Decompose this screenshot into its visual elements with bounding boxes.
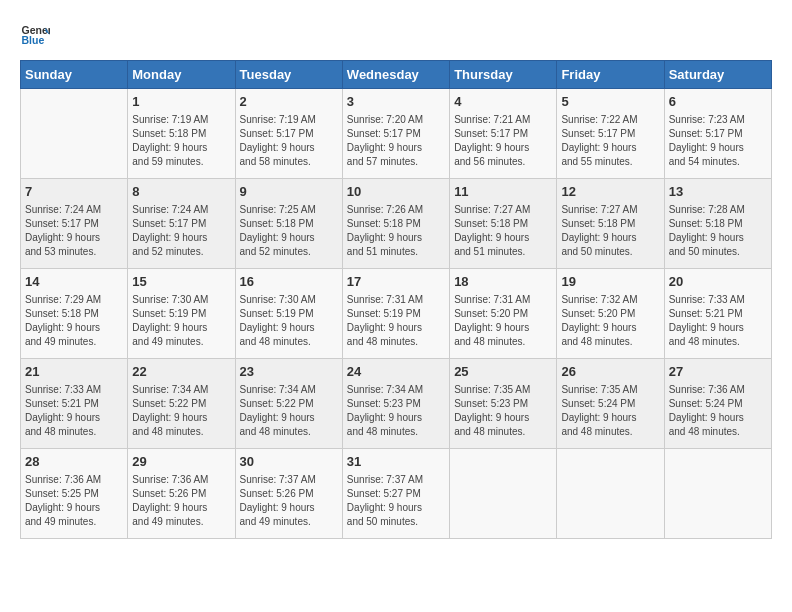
cell-content: Sunrise: 7:24 AM Sunset: 5:17 PM Dayligh…: [132, 203, 230, 259]
cell-content: Sunrise: 7:35 AM Sunset: 5:24 PM Dayligh…: [561, 383, 659, 439]
calendar-cell: 14Sunrise: 7:29 AM Sunset: 5:18 PM Dayli…: [21, 269, 128, 359]
day-number: 21: [25, 363, 123, 381]
day-number: 25: [454, 363, 552, 381]
calendar-cell: 5Sunrise: 7:22 AM Sunset: 5:17 PM Daylig…: [557, 89, 664, 179]
calendar-table: SundayMondayTuesdayWednesdayThursdayFrid…: [20, 60, 772, 539]
cell-content: Sunrise: 7:20 AM Sunset: 5:17 PM Dayligh…: [347, 113, 445, 169]
cell-content: Sunrise: 7:28 AM Sunset: 5:18 PM Dayligh…: [669, 203, 767, 259]
calendar-cell: 21Sunrise: 7:33 AM Sunset: 5:21 PM Dayli…: [21, 359, 128, 449]
day-number: 24: [347, 363, 445, 381]
day-number: 8: [132, 183, 230, 201]
day-number: 15: [132, 273, 230, 291]
cell-content: Sunrise: 7:34 AM Sunset: 5:22 PM Dayligh…: [132, 383, 230, 439]
cell-content: Sunrise: 7:34 AM Sunset: 5:22 PM Dayligh…: [240, 383, 338, 439]
calendar-cell: 17Sunrise: 7:31 AM Sunset: 5:19 PM Dayli…: [342, 269, 449, 359]
calendar-cell: 1Sunrise: 7:19 AM Sunset: 5:18 PM Daylig…: [128, 89, 235, 179]
calendar-cell: 4Sunrise: 7:21 AM Sunset: 5:17 PM Daylig…: [450, 89, 557, 179]
day-number: 2: [240, 93, 338, 111]
cell-content: Sunrise: 7:31 AM Sunset: 5:20 PM Dayligh…: [454, 293, 552, 349]
calendar-cell: 15Sunrise: 7:30 AM Sunset: 5:19 PM Dayli…: [128, 269, 235, 359]
day-number: 3: [347, 93, 445, 111]
week-row-5: 28Sunrise: 7:36 AM Sunset: 5:25 PM Dayli…: [21, 449, 772, 539]
cell-content: Sunrise: 7:19 AM Sunset: 5:17 PM Dayligh…: [240, 113, 338, 169]
calendar-cell: 26Sunrise: 7:35 AM Sunset: 5:24 PM Dayli…: [557, 359, 664, 449]
day-number: 13: [669, 183, 767, 201]
calendar-cell: 10Sunrise: 7:26 AM Sunset: 5:18 PM Dayli…: [342, 179, 449, 269]
day-number: 30: [240, 453, 338, 471]
week-row-4: 21Sunrise: 7:33 AM Sunset: 5:21 PM Dayli…: [21, 359, 772, 449]
svg-text:Blue: Blue: [22, 34, 45, 46]
page-header: General Blue: [20, 20, 772, 50]
col-header-sunday: Sunday: [21, 61, 128, 89]
calendar-cell: 31Sunrise: 7:37 AM Sunset: 5:27 PM Dayli…: [342, 449, 449, 539]
cell-content: Sunrise: 7:19 AM Sunset: 5:18 PM Dayligh…: [132, 113, 230, 169]
cell-content: Sunrise: 7:23 AM Sunset: 5:17 PM Dayligh…: [669, 113, 767, 169]
day-number: 4: [454, 93, 552, 111]
day-number: 19: [561, 273, 659, 291]
day-number: 31: [347, 453, 445, 471]
calendar-cell: 13Sunrise: 7:28 AM Sunset: 5:18 PM Dayli…: [664, 179, 771, 269]
day-number: 6: [669, 93, 767, 111]
calendar-cell: 22Sunrise: 7:34 AM Sunset: 5:22 PM Dayli…: [128, 359, 235, 449]
cell-content: Sunrise: 7:34 AM Sunset: 5:23 PM Dayligh…: [347, 383, 445, 439]
week-row-3: 14Sunrise: 7:29 AM Sunset: 5:18 PM Dayli…: [21, 269, 772, 359]
day-number: 12: [561, 183, 659, 201]
calendar-cell: 28Sunrise: 7:36 AM Sunset: 5:25 PM Dayli…: [21, 449, 128, 539]
day-number: 10: [347, 183, 445, 201]
day-number: 26: [561, 363, 659, 381]
cell-content: Sunrise: 7:35 AM Sunset: 5:23 PM Dayligh…: [454, 383, 552, 439]
cell-content: Sunrise: 7:24 AM Sunset: 5:17 PM Dayligh…: [25, 203, 123, 259]
calendar-cell: 19Sunrise: 7:32 AM Sunset: 5:20 PM Dayli…: [557, 269, 664, 359]
cell-content: Sunrise: 7:27 AM Sunset: 5:18 PM Dayligh…: [561, 203, 659, 259]
calendar-cell: 23Sunrise: 7:34 AM Sunset: 5:22 PM Dayli…: [235, 359, 342, 449]
cell-content: Sunrise: 7:36 AM Sunset: 5:25 PM Dayligh…: [25, 473, 123, 529]
calendar-cell: 24Sunrise: 7:34 AM Sunset: 5:23 PM Dayli…: [342, 359, 449, 449]
day-number: 20: [669, 273, 767, 291]
cell-content: Sunrise: 7:31 AM Sunset: 5:19 PM Dayligh…: [347, 293, 445, 349]
cell-content: Sunrise: 7:30 AM Sunset: 5:19 PM Dayligh…: [240, 293, 338, 349]
col-header-saturday: Saturday: [664, 61, 771, 89]
calendar-cell: 8Sunrise: 7:24 AM Sunset: 5:17 PM Daylig…: [128, 179, 235, 269]
day-number: 29: [132, 453, 230, 471]
calendar-cell: 2Sunrise: 7:19 AM Sunset: 5:17 PM Daylig…: [235, 89, 342, 179]
calendar-cell: [21, 89, 128, 179]
day-number: 28: [25, 453, 123, 471]
day-number: 22: [132, 363, 230, 381]
cell-content: Sunrise: 7:30 AM Sunset: 5:19 PM Dayligh…: [132, 293, 230, 349]
col-header-monday: Monday: [128, 61, 235, 89]
calendar-cell: 16Sunrise: 7:30 AM Sunset: 5:19 PM Dayli…: [235, 269, 342, 359]
day-number: 7: [25, 183, 123, 201]
cell-content: Sunrise: 7:32 AM Sunset: 5:20 PM Dayligh…: [561, 293, 659, 349]
day-number: 17: [347, 273, 445, 291]
cell-content: Sunrise: 7:27 AM Sunset: 5:18 PM Dayligh…: [454, 203, 552, 259]
day-number: 16: [240, 273, 338, 291]
col-header-friday: Friday: [557, 61, 664, 89]
day-number: 23: [240, 363, 338, 381]
logo: General Blue: [20, 20, 50, 50]
cell-content: Sunrise: 7:33 AM Sunset: 5:21 PM Dayligh…: [669, 293, 767, 349]
day-number: 9: [240, 183, 338, 201]
calendar-cell: 20Sunrise: 7:33 AM Sunset: 5:21 PM Dayli…: [664, 269, 771, 359]
calendar-cell: 27Sunrise: 7:36 AM Sunset: 5:24 PM Dayli…: [664, 359, 771, 449]
cell-content: Sunrise: 7:22 AM Sunset: 5:17 PM Dayligh…: [561, 113, 659, 169]
cell-content: Sunrise: 7:36 AM Sunset: 5:26 PM Dayligh…: [132, 473, 230, 529]
cell-content: Sunrise: 7:37 AM Sunset: 5:26 PM Dayligh…: [240, 473, 338, 529]
col-header-wednesday: Wednesday: [342, 61, 449, 89]
calendar-cell: 25Sunrise: 7:35 AM Sunset: 5:23 PM Dayli…: [450, 359, 557, 449]
day-number: 14: [25, 273, 123, 291]
cell-content: Sunrise: 7:25 AM Sunset: 5:18 PM Dayligh…: [240, 203, 338, 259]
calendar-cell: 7Sunrise: 7:24 AM Sunset: 5:17 PM Daylig…: [21, 179, 128, 269]
calendar-cell: 30Sunrise: 7:37 AM Sunset: 5:26 PM Dayli…: [235, 449, 342, 539]
calendar-cell: 11Sunrise: 7:27 AM Sunset: 5:18 PM Dayli…: [450, 179, 557, 269]
calendar-cell: 18Sunrise: 7:31 AM Sunset: 5:20 PM Dayli…: [450, 269, 557, 359]
cell-content: Sunrise: 7:37 AM Sunset: 5:27 PM Dayligh…: [347, 473, 445, 529]
week-row-1: 1Sunrise: 7:19 AM Sunset: 5:18 PM Daylig…: [21, 89, 772, 179]
day-number: 18: [454, 273, 552, 291]
calendar-cell: [664, 449, 771, 539]
calendar-cell: [557, 449, 664, 539]
day-number: 11: [454, 183, 552, 201]
cell-content: Sunrise: 7:21 AM Sunset: 5:17 PM Dayligh…: [454, 113, 552, 169]
cell-content: Sunrise: 7:36 AM Sunset: 5:24 PM Dayligh…: [669, 383, 767, 439]
calendar-cell: 3Sunrise: 7:20 AM Sunset: 5:17 PM Daylig…: [342, 89, 449, 179]
col-header-thursday: Thursday: [450, 61, 557, 89]
